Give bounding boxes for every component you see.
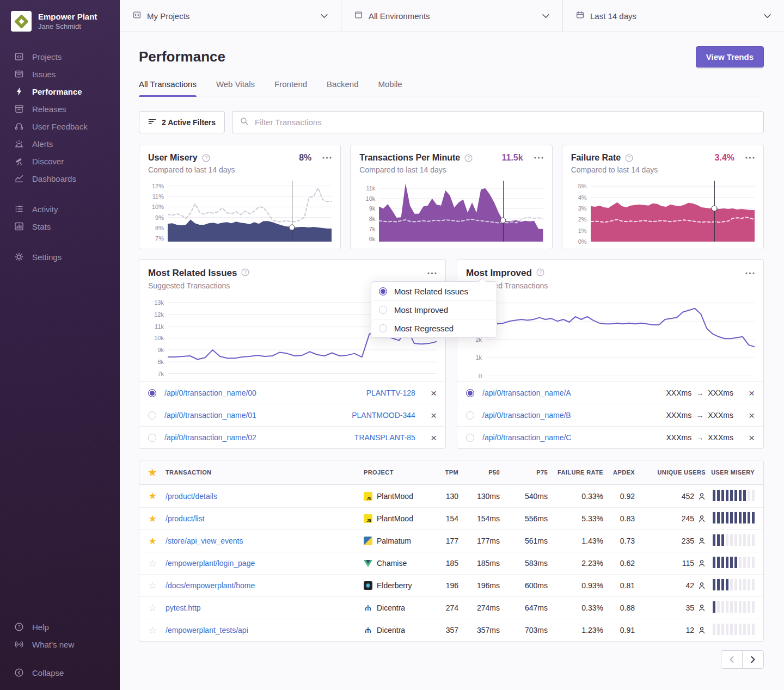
star-icon[interactable]: ★ (139, 491, 166, 501)
card-menu-button[interactable] (745, 157, 755, 159)
help-icon[interactable]: ? (625, 154, 633, 162)
transaction-link[interactable]: /api/0/transaction_name/00 (164, 389, 358, 397)
issue-link[interactable]: PLANTMOOD-344 (352, 411, 415, 420)
star-icon[interactable]: ☆ (139, 603, 166, 613)
star-icon[interactable]: ☆ (139, 581, 166, 590)
project-cell: Palmatum (364, 537, 428, 545)
sidebar-item-discover[interactable]: Discover (0, 152, 120, 170)
tab-mobile[interactable]: Mobile (378, 79, 402, 96)
help-icon[interactable]: ? (202, 154, 210, 162)
issue-link[interactable]: PLANTTV-128 (366, 389, 415, 397)
p75-value: 600ms (500, 581, 548, 590)
previous-page-button[interactable] (721, 650, 743, 669)
org-switcher[interactable]: Empower Plant Jane Schmidt (0, 11, 120, 32)
transaction-link[interactable]: /api/0/transaction_name/01 (164, 411, 344, 420)
sidebar-item-what-s-new[interactable]: What’s new (0, 636, 120, 653)
column-header-user-misery[interactable]: USER MISERY (706, 469, 763, 476)
transaction-link[interactable]: /product/details (166, 492, 364, 501)
radio-button[interactable] (466, 411, 474, 420)
project-cell: JSPlantMood (364, 514, 428, 523)
radio-button[interactable] (379, 324, 387, 332)
star-icon[interactable]: ★ (139, 537, 166, 546)
view-trends-button[interactable]: View Trends (696, 46, 764, 67)
sidebar-item-label: Discover (32, 157, 64, 166)
transaction-link[interactable]: /api/0/transaction_name/B (482, 411, 658, 420)
transaction-link[interactable]: /api/0/transaction_name/C (482, 433, 658, 442)
tab-frontend[interactable]: Frontend (274, 79, 307, 96)
sidebar-item-collapse[interactable]: Collapse (0, 664, 120, 681)
radio-button[interactable] (379, 306, 387, 314)
help-icon[interactable]: ? (536, 268, 544, 279)
project-selector[interactable]: My Projects (120, 0, 341, 32)
menu-item-most-related-issues[interactable]: Most Related Issues (371, 282, 497, 300)
card-menu-button[interactable] (427, 272, 437, 274)
radio-button[interactable] (466, 434, 474, 442)
star-icon[interactable]: ☆ (139, 559, 166, 568)
transaction-link[interactable]: /docs/empowerplant/home (166, 581, 364, 590)
sidebar-item-releases[interactable]: Releases (0, 100, 120, 118)
radio-button[interactable] (466, 389, 474, 397)
close-icon[interactable]: × (749, 410, 755, 421)
sidebar-item-settings[interactable]: Settings (0, 248, 120, 266)
column-header-p75[interactable]: P75 (500, 469, 548, 476)
card-menu-button[interactable] (745, 272, 755, 274)
help-icon[interactable]: ? (241, 268, 249, 279)
react-project-icon: ⚛ (364, 581, 372, 590)
p50-value: 177ms (458, 537, 500, 545)
column-header-unique-users[interactable]: UNIQUE USERS (635, 469, 706, 476)
transaction-link[interactable]: pytest.http (166, 603, 364, 612)
sidebar-item-projects[interactable]: Projects (0, 48, 120, 65)
transaction-link[interactable]: /product/list (166, 514, 364, 523)
transaction-link[interactable]: /empowerplant_tests/api (166, 626, 364, 634)
daterange-selector-label: Last 14 days (590, 11, 636, 21)
transaction-link[interactable]: /api/0/transaction_name/02 (164, 433, 346, 442)
column-header-transaction[interactable]: TRANSACTION (166, 469, 364, 476)
menu-item-most-regressed[interactable]: Most Regressed (371, 319, 497, 337)
close-icon[interactable]: × (749, 388, 755, 398)
nav-group: ProjectsIssuesPerformanceReleasesUser Fe… (0, 48, 120, 187)
menu-item-most-improved[interactable]: Most Improved (371, 300, 497, 319)
environment-selector[interactable]: All Environments (341, 0, 562, 32)
sidebar-item-help[interactable]: ?Help (0, 618, 120, 636)
column-header-project[interactable]: PROJECT (364, 469, 428, 476)
sidebar-item-stats[interactable]: Stats (0, 218, 120, 235)
project-cell: JSPlantMood (364, 492, 428, 501)
sidebar-item-issues[interactable]: Issues (0, 65, 120, 83)
radio-button[interactable] (148, 389, 156, 397)
radio-button[interactable] (148, 411, 156, 420)
sidebar-item-alerts[interactable]: Alerts (0, 135, 120, 152)
column-header-p50[interactable]: P50 (458, 469, 500, 476)
card-menu-button[interactable] (534, 157, 543, 159)
sidebar-item-performance[interactable]: Performance (0, 83, 120, 100)
issue-link[interactable]: TRANSPLANT-85 (354, 433, 415, 442)
tab-all-transactions[interactable]: All Transactions (139, 79, 197, 96)
tab-web-vitals[interactable]: Web Vitals (216, 79, 255, 96)
transaction-link[interactable]: /api/0/transaction_name/A (482, 389, 658, 397)
table-row: ★/product/detailsJSPlantMood130130ms540m… (139, 485, 763, 507)
daterange-selector[interactable]: Last 14 days (562, 0, 784, 32)
search-input[interactable] (254, 117, 756, 127)
sidebar-item-user-feedback[interactable]: User Feedback (0, 118, 120, 135)
close-icon[interactable]: × (431, 410, 437, 421)
help-icon[interactable]: ? (464, 154, 473, 162)
card-menu-button[interactable] (322, 157, 332, 159)
close-icon[interactable]: × (431, 388, 437, 398)
radio-button[interactable] (379, 287, 387, 295)
close-icon[interactable]: × (749, 433, 755, 443)
active-filters-button[interactable]: 2 Active Filters (139, 111, 225, 133)
transaction-link[interactable]: /store/api_view_events (166, 537, 364, 545)
star-icon[interactable]: ★ (139, 514, 166, 523)
star-icon[interactable]: ☆ (139, 626, 166, 635)
tpm-value: 196 (428, 581, 458, 590)
close-icon[interactable]: × (431, 433, 437, 443)
sidebar-item-dashboards[interactable]: Dashboards (0, 170, 120, 187)
next-page-button[interactable] (742, 650, 764, 669)
transaction-link[interactable]: /empowerplant/login_page (166, 559, 364, 568)
column-header-tpm[interactable]: TPM (428, 469, 458, 476)
p75-value: 556ms (500, 514, 548, 523)
sidebar-item-activity[interactable]: Activity (0, 200, 120, 218)
radio-button[interactable] (148, 434, 156, 442)
column-header-apdex[interactable]: APDEX (603, 469, 635, 476)
tab-backend[interactable]: Backend (327, 79, 358, 96)
column-header-failure-rate[interactable]: FAILURE RATE (548, 469, 603, 476)
